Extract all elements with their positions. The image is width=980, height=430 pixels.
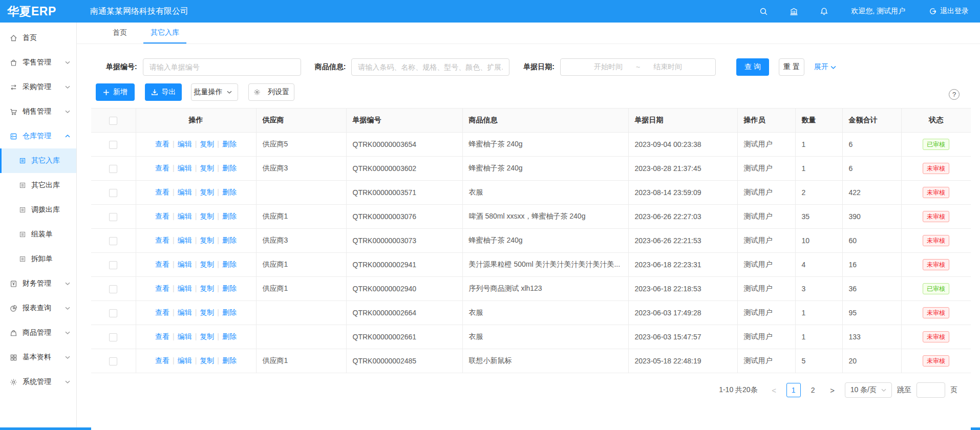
copy-link[interactable]: 复制	[200, 188, 214, 196]
select-all-checkbox[interactable]	[109, 117, 117, 125]
link-divider	[173, 236, 175, 244]
copy-link[interactable]: 复制	[200, 332, 214, 340]
supplier-cell	[256, 301, 346, 325]
copy-link[interactable]: 复制	[200, 308, 214, 316]
copy-link[interactable]: 复制	[200, 164, 214, 172]
copy-link[interactable]: 复制	[200, 212, 214, 220]
sidebar-item-basic-data[interactable]: 基本资料	[0, 345, 76, 370]
edit-link[interactable]: 编辑	[178, 236, 192, 244]
view-link[interactable]: 查看	[155, 188, 169, 196]
view-link[interactable]: 查看	[155, 236, 169, 244]
view-link[interactable]: 查看	[155, 260, 169, 268]
edit-link[interactable]: 编辑	[178, 140, 192, 148]
col-header-actions: 操作	[136, 109, 256, 133]
search-button[interactable]: 查 询	[736, 58, 769, 76]
view-link[interactable]: 查看	[155, 212, 169, 220]
delete-link[interactable]: 删除	[222, 164, 237, 172]
view-link[interactable]: 查看	[155, 284, 169, 292]
bill-no-input[interactable]	[143, 58, 301, 76]
sidebar-item-purchase[interactable]: 采购管理	[0, 75, 76, 99]
help-icon[interactable]: ?	[949, 89, 960, 100]
logout-button[interactable]: 退出登录	[929, 7, 969, 16]
prev-page-button[interactable]: <	[767, 383, 781, 397]
copy-link[interactable]: 复制	[200, 236, 214, 244]
row-checkbox[interactable]	[109, 189, 117, 197]
column-settings-button[interactable]: 列设置	[248, 83, 294, 101]
sidebar-item-assembly[interactable]: 组装单	[0, 222, 76, 247]
sidebar-item-warehouse[interactable]: 仓库管理	[0, 124, 76, 148]
copy-link[interactable]: 复制	[200, 140, 214, 148]
view-link[interactable]: 查看	[155, 332, 169, 340]
edit-link[interactable]: 编辑	[178, 356, 192, 364]
sidebar-item-system[interactable]: 系统管理	[0, 370, 76, 394]
row-checkbox[interactable]	[109, 357, 117, 365]
add-button[interactable]: 新增	[96, 83, 135, 101]
delete-link[interactable]: 删除	[222, 212, 237, 220]
row-checkbox[interactable]	[109, 141, 117, 149]
edit-link[interactable]: 编辑	[178, 332, 192, 340]
expand-link[interactable]: 展开	[814, 62, 836, 72]
sidebar-item-products[interactable]: 商品管理	[0, 320, 76, 345]
product-info-input[interactable]	[351, 58, 509, 76]
col-header-amount: 金额合计	[842, 109, 901, 133]
view-link[interactable]: 查看	[155, 308, 169, 316]
edit-link[interactable]: 编辑	[178, 308, 192, 316]
row-checkbox[interactable]	[109, 309, 117, 317]
sidebar-item-label: 其它入库	[31, 156, 60, 165]
jump-to-input[interactable]	[917, 382, 945, 398]
page-size-select[interactable]: 10 条/页	[845, 382, 892, 398]
delete-link[interactable]: 删除	[222, 188, 237, 196]
row-checkbox[interactable]	[109, 165, 117, 173]
row-checkbox[interactable]	[109, 333, 117, 341]
edit-link[interactable]: 编辑	[178, 284, 192, 292]
next-page-button[interactable]: >	[825, 383, 840, 397]
sidebar-item-disassembly[interactable]: 拆卸单	[0, 247, 76, 271]
page-number-2[interactable]: 2	[806, 383, 820, 397]
sidebar-item-home[interactable]: 首页	[0, 26, 76, 50]
sidebar-item-transfer-outbound[interactable]: 调拨出库	[0, 198, 76, 222]
view-link[interactable]: 查看	[155, 164, 169, 172]
delete-link[interactable]: 删除	[222, 308, 237, 316]
row-checkbox[interactable]	[109, 213, 117, 221]
delete-link[interactable]: 删除	[222, 356, 237, 364]
page-number-1[interactable]: 1	[786, 383, 801, 397]
sidebar-item-reports[interactable]: 报表查询	[0, 296, 76, 320]
tab-other-inbound[interactable]: 其它入库	[143, 23, 186, 44]
copy-link[interactable]: 复制	[200, 356, 214, 364]
link-divider	[195, 188, 197, 196]
status-badge: 已审核	[923, 283, 949, 294]
row-checkbox[interactable]	[109, 261, 117, 269]
bell-icon[interactable]	[820, 7, 828, 16]
tab-home[interactable]: 首页	[105, 23, 134, 44]
copy-link[interactable]: 复制	[200, 284, 214, 292]
reset-button[interactable]: 重 置	[779, 58, 804, 76]
download-icon	[151, 89, 158, 96]
edit-link[interactable]: 编辑	[178, 212, 192, 220]
search-icon[interactable]	[759, 7, 768, 16]
delete-link[interactable]: 删除	[222, 140, 237, 148]
edit-link[interactable]: 编辑	[178, 164, 192, 172]
sidebar-item-other-outbound[interactable]: 其它出库	[0, 173, 76, 198]
delete-link[interactable]: 删除	[222, 260, 237, 268]
edit-link[interactable]: 编辑	[178, 188, 192, 196]
batch-actions-button[interactable]: 批量操作	[191, 83, 238, 101]
delete-link[interactable]: 删除	[222, 236, 237, 244]
export-button[interactable]: 导出	[145, 83, 182, 101]
view-link[interactable]: 查看	[155, 140, 169, 148]
sidebar-item-other-inbound[interactable]: 其它入库	[0, 148, 76, 173]
sidebar-item-finance[interactable]: 财务管理	[0, 271, 76, 296]
edit-link[interactable]: 编辑	[178, 260, 192, 268]
date-cell: 2023-06-26 22:21:53	[628, 229, 737, 253]
copy-link[interactable]: 复制	[200, 260, 214, 268]
sidebar-item-sales[interactable]: 销售管理	[0, 99, 76, 124]
delete-link[interactable]: 删除	[222, 332, 237, 340]
qty-cell: 3	[795, 277, 842, 301]
delete-link[interactable]: 删除	[222, 284, 237, 292]
date-range-picker[interactable]: 开始时间 ~ 结束时间	[560, 58, 716, 76]
view-link[interactable]: 查看	[155, 356, 169, 364]
sidebar-item-retail[interactable]: 零售管理	[0, 50, 76, 75]
bank-icon[interactable]	[790, 7, 798, 16]
sidebar-item-label: 商品管理	[23, 328, 51, 337]
row-checkbox[interactable]	[109, 285, 117, 293]
row-checkbox[interactable]	[109, 237, 117, 245]
